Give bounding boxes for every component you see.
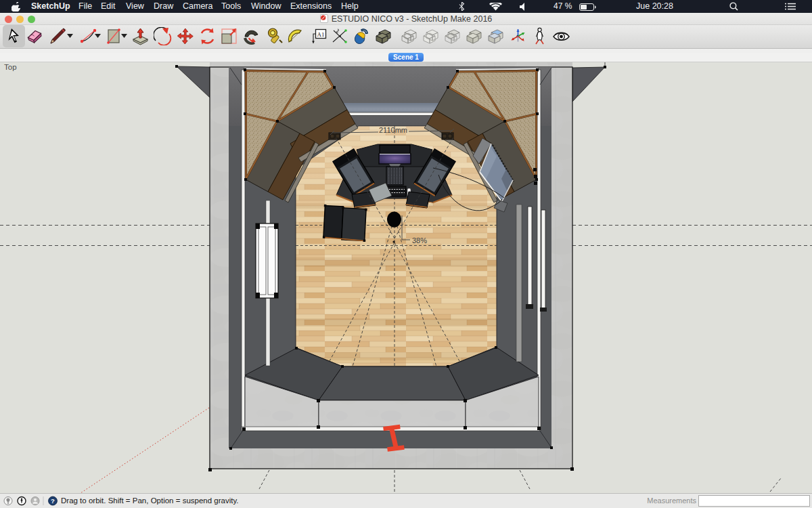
svg-text:2110mm: 2110mm: [379, 126, 407, 134]
svg-text:?: ?: [51, 497, 55, 505]
svg-text:38%: 38%: [412, 236, 427, 245]
svg-text:Top: Top: [4, 63, 17, 71]
svg-text:A1: A1: [317, 31, 325, 38]
